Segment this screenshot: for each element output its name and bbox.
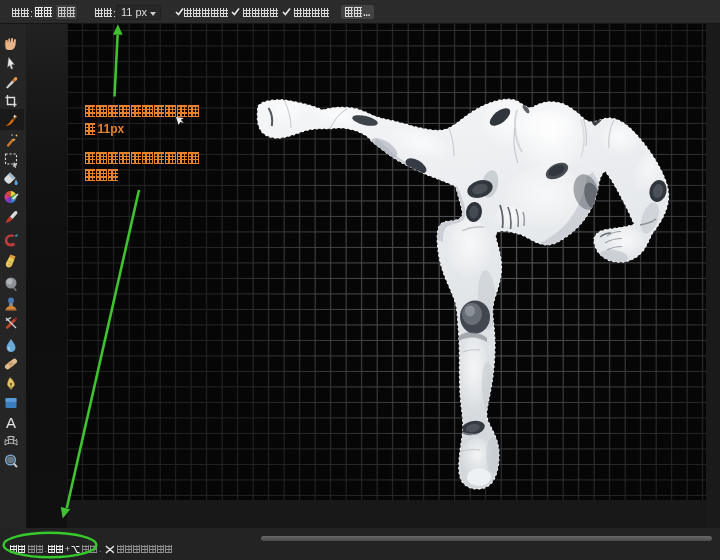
svg-text:A: A [6, 414, 16, 431]
